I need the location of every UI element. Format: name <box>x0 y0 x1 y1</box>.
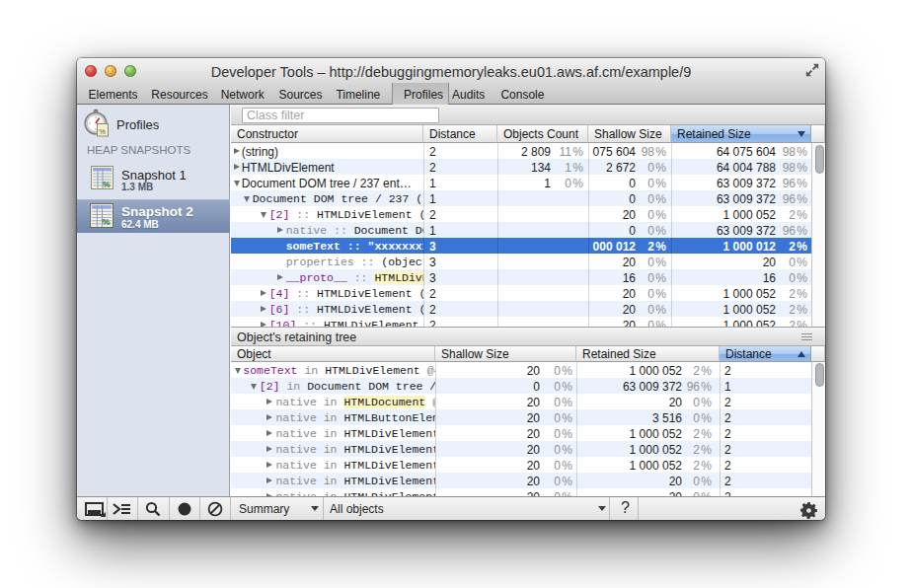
svg-text:%: % <box>99 127 106 136</box>
svg-text:%: % <box>103 217 111 227</box>
svg-text:%: % <box>103 180 111 189</box>
